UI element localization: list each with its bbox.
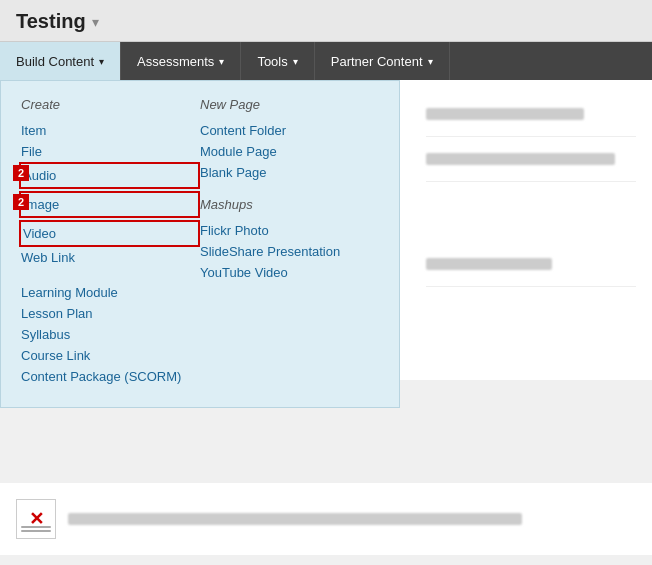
build-content-label: Build Content	[16, 54, 94, 69]
create-lesson-plan-link[interactable]: Lesson Plan	[21, 303, 200, 324]
new-page-module-page-link[interactable]: Module Page	[200, 141, 379, 162]
create-section-title: Create	[21, 97, 200, 112]
item-row-flickr: Flickr Photo	[200, 220, 379, 241]
partner-content-button[interactable]: Partner Content ▾	[315, 42, 450, 80]
item-row-course-link: Course Link	[21, 345, 200, 366]
item-icon: ✕	[16, 499, 56, 539]
create-image-link[interactable]: Image	[23, 194, 194, 215]
bottom-item-text	[68, 507, 636, 531]
item-row-weblink: Web Link	[21, 247, 200, 268]
build-content-caret: ▾	[99, 56, 104, 67]
create-weblink-link[interactable]: Web Link	[21, 247, 200, 268]
item-row-scorm: Content Package (SCORM)	[21, 366, 200, 387]
content-row-3	[426, 242, 636, 287]
blurred-line-2	[426, 153, 615, 165]
item-row-slideshare: SlideShare Presentation	[200, 241, 379, 262]
new-page-section-title: New Page	[200, 97, 379, 112]
bottom-blurred-line	[68, 513, 522, 525]
item-row-image: 2 Image	[19, 191, 200, 218]
create-audio-link[interactable]: Audio	[23, 165, 194, 186]
partner-content-label: Partner Content	[331, 54, 423, 69]
page-header: Testing ▾	[0, 0, 652, 42]
blurred-line-1	[426, 108, 584, 120]
create-video-link[interactable]: Video	[23, 223, 194, 244]
create-course-link-link[interactable]: Course Link	[21, 345, 200, 366]
image-badge: 2	[13, 194, 29, 210]
mashups-flickr-link[interactable]: Flickr Photo	[200, 220, 379, 241]
partner-content-caret: ▾	[428, 56, 433, 67]
new-page-content-folder-link[interactable]: Content Folder	[200, 120, 379, 141]
item-row-youtube: YouTube Video	[200, 262, 379, 283]
tools-button[interactable]: Tools ▾	[241, 42, 314, 80]
item-row-content-folder: Content Folder	[200, 120, 379, 141]
create-item-link[interactable]: Item	[21, 120, 200, 141]
blurred-line-3	[426, 258, 552, 270]
assessments-label: Assessments	[137, 54, 214, 69]
create-column: Create Item File 2 Audio 2 Image Video	[21, 97, 200, 387]
content-row-2	[426, 137, 636, 182]
audio-badge: 2	[13, 165, 29, 181]
create-syllabus-link[interactable]: Syllabus	[21, 324, 200, 345]
toolbar: Build Content ▾ Create Item File 2 Audio…	[0, 42, 652, 80]
item-row-item: Item	[21, 120, 200, 141]
tools-label: Tools	[257, 54, 287, 69]
build-content-dropdown: Create Item File 2 Audio 2 Image Video	[0, 80, 400, 408]
mashups-slideshare-link[interactable]: SlideShare Presentation	[200, 241, 379, 262]
mashups-section-title: Mashups	[200, 197, 379, 212]
item-row-video: Video	[19, 220, 200, 247]
create-scorm-link[interactable]: Content Package (SCORM)	[21, 366, 200, 387]
new-page-mashups-column: New Page Content Folder Module Page Blan…	[200, 97, 379, 387]
create-file-link[interactable]: File	[21, 141, 200, 162]
item-row-lesson-plan: Lesson Plan	[21, 303, 200, 324]
item-row-audio: 2 Audio	[19, 162, 200, 189]
build-content-button[interactable]: Build Content ▾ Create Item File 2 Audio…	[0, 42, 121, 80]
chevron-down-icon[interactable]: ▾	[92, 14, 99, 30]
item-row-blank-page: Blank Page	[200, 162, 379, 183]
mashups-youtube-link[interactable]: YouTube Video	[200, 262, 379, 283]
create-learning-module-link[interactable]: Learning Module	[21, 282, 200, 303]
tools-caret: ▾	[293, 56, 298, 67]
item-row-module-page: Module Page	[200, 141, 379, 162]
item-row-syllabus: Syllabus	[21, 324, 200, 345]
assessments-button[interactable]: Assessments ▾	[121, 42, 241, 80]
page-title: Testing	[16, 10, 86, 33]
icon-lines	[21, 524, 51, 534]
item-row-file: File	[21, 141, 200, 162]
content-row-1	[426, 92, 636, 137]
new-page-blank-page-link[interactable]: Blank Page	[200, 162, 379, 183]
item-row-learning-module: Learning Module	[21, 282, 200, 303]
assessments-caret: ▾	[219, 56, 224, 67]
bottom-row: ✕	[0, 483, 652, 555]
